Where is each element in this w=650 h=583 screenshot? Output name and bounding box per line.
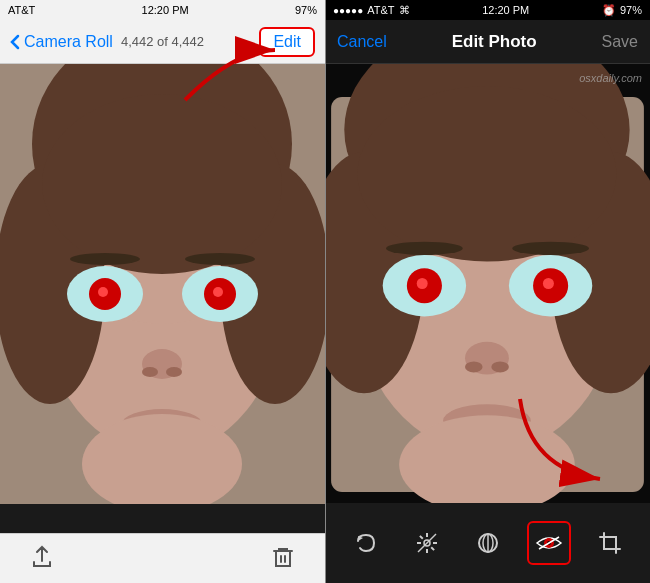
back-button[interactable]: Camera Roll (10, 33, 113, 51)
right-carrier: AT&T (367, 4, 394, 16)
left-panel: AT&T 12:20 PM 97% Camera Roll 4,442 of 4… (0, 0, 325, 583)
right-battery: 97% (620, 4, 642, 16)
back-label: Camera Roll (24, 33, 113, 51)
svg-rect-22 (0, 504, 325, 533)
eye-redeye-icon (535, 533, 563, 553)
svg-point-15 (213, 287, 223, 297)
right-signal-dots: ●●●●● (333, 5, 363, 16)
svg-point-8 (70, 253, 140, 265)
back-chevron-icon (10, 34, 20, 50)
right-panel: ●●●●● AT&T ⌘ 12:20 PM ⏰ 97% Cancel Edit … (325, 0, 650, 583)
svg-line-49 (431, 547, 434, 550)
right-toolbar (325, 503, 650, 583)
svg-point-40 (491, 361, 509, 372)
svg-point-9 (185, 253, 255, 265)
crop-tool-button[interactable] (588, 521, 632, 565)
svg-point-7 (42, 94, 282, 274)
left-time: 12:20 PM (142, 4, 189, 16)
wand-icon (415, 531, 439, 555)
red-arrow-right (510, 389, 620, 493)
svg-line-48 (419, 536, 422, 539)
right-wifi-icon: ⌘ (399, 4, 410, 17)
svg-point-31 (512, 242, 589, 255)
right-status-bar: ●●●●● AT&T ⌘ 12:20 PM ⏰ 97% (325, 0, 650, 20)
svg-point-39 (465, 361, 483, 372)
svg-point-18 (166, 367, 182, 377)
undo-tool-button[interactable] (344, 521, 388, 565)
magic-wand-tool-button[interactable] (405, 521, 449, 565)
left-battery: 97% (295, 4, 317, 16)
crop-icon (598, 531, 622, 555)
cancel-button[interactable]: Cancel (337, 33, 387, 51)
left-photo-svg (0, 64, 325, 533)
right-time: 12:20 PM (482, 4, 529, 16)
svg-point-30 (386, 242, 463, 255)
svg-point-29 (357, 86, 616, 262)
edit-photo-title: Edit Photo (452, 32, 537, 52)
red-arrow-left (175, 30, 295, 114)
right-nav-bar: Cancel Edit Photo Save (325, 20, 650, 64)
svg-point-37 (543, 278, 554, 289)
svg-point-35 (417, 278, 428, 289)
watermark: osxdaily.com (579, 72, 642, 84)
share-icon (30, 545, 54, 569)
left-carrier: AT&T (8, 4, 35, 16)
save-button[interactable]: Save (602, 33, 638, 51)
adjust-tool-button[interactable] (466, 521, 510, 565)
left-photo-area (0, 64, 325, 533)
svg-point-17 (142, 367, 158, 377)
red-eye-tool-button[interactable] (527, 521, 571, 565)
trash-icon (271, 545, 295, 569)
panel-divider (325, 0, 326, 583)
share-button[interactable] (30, 545, 54, 573)
undo-icon (354, 531, 378, 555)
right-alarm-icon: ⏰ (602, 4, 616, 17)
trash-button[interactable] (271, 545, 295, 573)
left-status-bar: AT&T 12:20 PM 97% (0, 0, 325, 20)
svg-point-13 (98, 287, 108, 297)
circle-adjust-icon (476, 531, 500, 555)
left-toolbar (0, 533, 325, 583)
